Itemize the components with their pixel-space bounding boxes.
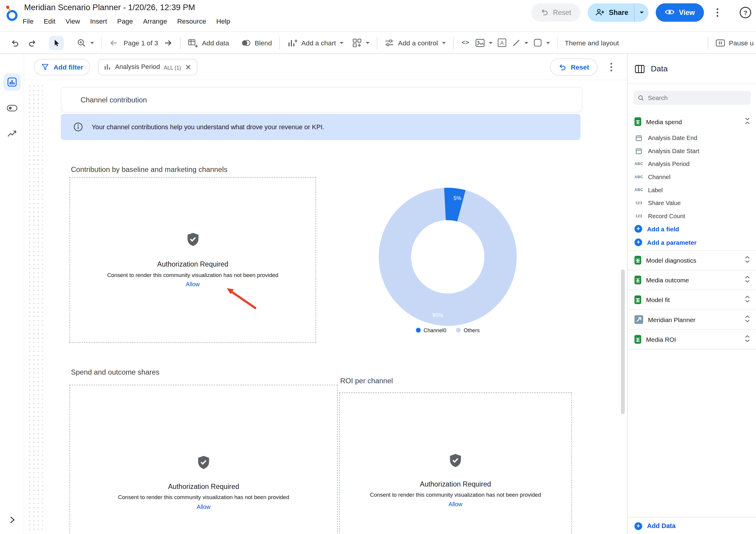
field-row[interactable]: Analysis Date Start bbox=[628, 145, 756, 157]
menu-page[interactable]: Page bbox=[117, 17, 133, 25]
data-source-row[interactable]: Meridian Planner bbox=[628, 310, 756, 329]
add-data-button[interactable]: Add data bbox=[185, 38, 231, 47]
field-search[interactable] bbox=[634, 91, 751, 105]
undo-button[interactable] bbox=[8, 36, 22, 50]
rail-expand-button[interactable] bbox=[5, 513, 19, 526]
pause-updates-icon bbox=[716, 39, 725, 47]
community-viz-icon bbox=[352, 38, 362, 47]
community-viz-placeholder-3[interactable]: Authorization Required Consent to render… bbox=[339, 393, 572, 534]
next-page-button[interactable] bbox=[160, 36, 175, 50]
search-input[interactable] bbox=[648, 94, 746, 101]
expand-source-icon[interactable] bbox=[744, 275, 750, 284]
data-source-row[interactable]: Model diagnostics bbox=[628, 250, 756, 270]
community-visualizations-button[interactable] bbox=[350, 38, 372, 47]
allow-link[interactable]: Allow bbox=[70, 281, 315, 288]
shield-check-icon bbox=[185, 232, 201, 249]
menu-file[interactable]: File bbox=[23, 17, 33, 25]
add-parameter-button[interactable]: + Add a parameter bbox=[628, 236, 756, 249]
trend-up-icon bbox=[7, 129, 17, 138]
legend-item[interactable]: Others bbox=[456, 327, 479, 333]
add-filter-button[interactable]: Add filter bbox=[34, 59, 91, 75]
prev-page-button[interactable] bbox=[106, 36, 121, 50]
expand-source-icon[interactable] bbox=[744, 256, 750, 265]
add-chart-button[interactable]: Add a chart bbox=[284, 38, 346, 47]
field-row[interactable]: ABC Label bbox=[628, 183, 756, 197]
chevron-right-icon bbox=[9, 516, 15, 524]
section-title-spend-outcome: Spend and outcome shares bbox=[71, 368, 160, 376]
pause-updates-button[interactable]: Pause u bbox=[713, 39, 756, 47]
share-dropdown-button[interactable] bbox=[634, 3, 649, 21]
filter-more-button[interactable] bbox=[605, 58, 618, 76]
menu-insert[interactable]: Insert bbox=[90, 17, 107, 25]
data-source-row[interactable]: Media outcome bbox=[628, 270, 756, 290]
share-button[interactable]: Share bbox=[588, 3, 634, 21]
text-button[interactable]: A bbox=[495, 36, 510, 50]
donut-chart[interactable]: 5% 95% bbox=[370, 180, 525, 334]
more-options-button[interactable] bbox=[711, 3, 724, 21]
community-connector-icon bbox=[634, 315, 643, 324]
data-source-row[interactable]: Model fit bbox=[628, 290, 756, 310]
blend-button[interactable]: Blend bbox=[238, 38, 274, 47]
theme-layout-button[interactable]: Theme and layout bbox=[562, 39, 621, 46]
sheets-icon bbox=[634, 275, 641, 284]
legend-label: Channel0 bbox=[424, 327, 446, 333]
calendar-icon bbox=[634, 148, 643, 154]
rail-explore-button[interactable] bbox=[3, 125, 21, 142]
field-row[interactable]: ABC Channel bbox=[628, 170, 756, 183]
close-icon[interactable] bbox=[185, 64, 192, 70]
add-control-button[interactable]: Add a control bbox=[382, 38, 448, 47]
collapse-source-icon[interactable] bbox=[744, 117, 750, 126]
add-data-button-bottom[interactable]: + Add Data bbox=[628, 517, 756, 534]
image-button[interactable] bbox=[472, 39, 495, 47]
legend-item[interactable]: Channel0 bbox=[416, 327, 446, 333]
rail-controls-button[interactable] bbox=[3, 99, 21, 117]
field-row[interactable]: 123 Share Value bbox=[628, 196, 756, 210]
expand-source-icon[interactable] bbox=[744, 315, 750, 324]
chevron-down-icon bbox=[442, 42, 446, 43]
shape-button[interactable] bbox=[530, 38, 552, 47]
menu-view[interactable]: View bbox=[65, 17, 80, 25]
help-button[interactable]: ? bbox=[740, 7, 751, 18]
chevron-down-icon bbox=[90, 42, 94, 43]
expand-source-icon[interactable] bbox=[744, 295, 750, 304]
toolbar-divider bbox=[708, 37, 708, 49]
primary-data-source[interactable]: Media spend bbox=[628, 113, 756, 130]
field-row[interactable]: 123 Record Count bbox=[628, 210, 756, 223]
community-viz-placeholder-2[interactable]: Authorization Required Consent to render… bbox=[69, 385, 338, 534]
allow-link[interactable]: Allow bbox=[340, 501, 571, 508]
page-section-header[interactable]: Channel contribution bbox=[61, 87, 582, 113]
legend-label: Others bbox=[464, 327, 479, 333]
allow-link[interactable]: Allow bbox=[70, 504, 337, 510]
menu-help[interactable]: Help bbox=[216, 17, 230, 25]
zoom-tool-button[interactable] bbox=[74, 38, 96, 47]
looker-studio-logo-icon[interactable] bbox=[4, 4, 19, 25]
menu-resource[interactable]: Resource bbox=[177, 17, 206, 25]
blend-icon bbox=[240, 38, 251, 47]
select-tool-button[interactable] bbox=[49, 36, 64, 50]
redo-button[interactable] bbox=[25, 36, 40, 50]
view-button[interactable]: View bbox=[656, 3, 704, 21]
menu-arrange[interactable]: Arrange bbox=[143, 17, 167, 25]
auth-required-title: Authorization Required bbox=[70, 260, 315, 268]
embed-code-button[interactable]: <> bbox=[458, 36, 473, 50]
page-indicator[interactable]: Page 1 of 3 bbox=[121, 39, 160, 46]
reset-button[interactable]: Reset bbox=[531, 3, 580, 21]
report-title[interactable]: Meridian Scenario Planner - 1/20/26, 12:… bbox=[24, 3, 195, 13]
source-name: Media spend bbox=[646, 118, 682, 125]
reset-filters-button[interactable]: Reset bbox=[550, 58, 597, 75]
expand-source-icon[interactable] bbox=[744, 335, 750, 344]
add-field-button[interactable]: + Add a field bbox=[628, 222, 756, 236]
community-viz-placeholder-1[interactable]: Authorization Required Consent to render… bbox=[69, 177, 316, 343]
source-name: Meridian Planner bbox=[648, 316, 695, 323]
data-source-row[interactable]: Media ROI bbox=[628, 330, 756, 350]
filter-chip-analysis-period[interactable]: Analysis Period ALL (1) bbox=[98, 59, 198, 75]
rail-report-button[interactable] bbox=[3, 73, 21, 91]
text-type-icon: ABC bbox=[634, 175, 643, 179]
menu-edit[interactable]: Edit bbox=[43, 17, 55, 25]
line-button[interactable] bbox=[509, 39, 530, 47]
field-label: Analysis Period bbox=[648, 160, 689, 167]
cursor-icon bbox=[52, 39, 61, 47]
field-row[interactable]: Analysis Date End bbox=[628, 131, 756, 145]
field-row[interactable]: ABC Analysis Period bbox=[628, 157, 756, 170]
vertical-scrollbar[interactable] bbox=[621, 269, 625, 414]
